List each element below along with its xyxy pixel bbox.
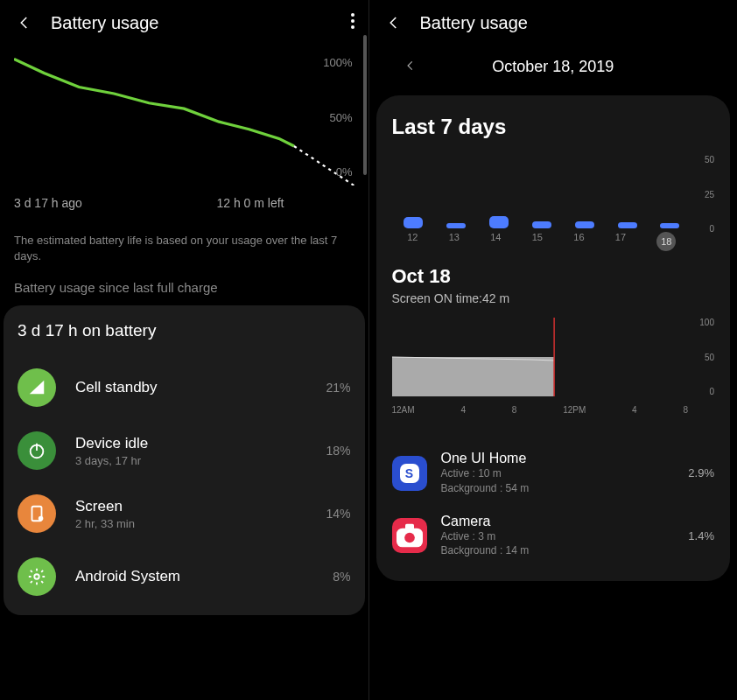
week-bar[interactable] (566, 221, 602, 228)
app-pct: 8% (333, 570, 350, 584)
day-y-axis: 100 50 0 (699, 318, 714, 396)
week-day-label[interactable]: 14 (490, 232, 501, 251)
week-bar[interactable] (481, 216, 516, 228)
battery-chart: 100% 50% 0% 3 d 17 h ago 12 h 0 m left (0, 46, 368, 220)
app-name: Camera (441, 514, 689, 529)
week-bars[interactable] (392, 167, 692, 228)
app-row-screen[interactable]: Screen 2 hr, 33 min 14% (18, 482, 351, 545)
week-x-axis: 12131415161718 (392, 232, 692, 251)
date-label[interactable]: October 18, 2019 (492, 58, 614, 76)
svg-point-7 (39, 516, 44, 522)
app-pct: 14% (326, 507, 350, 521)
app-pct: 1.4% (688, 529, 714, 542)
battery-line-chart (14, 54, 354, 186)
svg-rect-9 (392, 357, 554, 396)
app-row-cell-standby[interactable]: Cell standby 21% (18, 356, 351, 419)
back-icon[interactable] (14, 12, 35, 33)
week-y-axis: 50 25 0 (705, 155, 714, 234)
week-day-label[interactable]: 13 (449, 232, 460, 251)
svg-point-1 (351, 19, 354, 23)
right-panel: Battery usage October 18, 2019 Last 7 da… (369, 0, 738, 700)
app-row-camera[interactable]: Camera Active : 3 m Background : 14 m 1.… (392, 505, 715, 568)
week-day-label[interactable]: 15 (532, 232, 543, 251)
app-name: Android System (75, 568, 333, 585)
svg-point-8 (34, 575, 39, 580)
signal-icon (18, 368, 56, 407)
app-row-one-ui-home[interactable]: S One UI Home Active : 10 m Background :… (392, 442, 715, 505)
home-s-icon: S (392, 456, 427, 491)
app-sub: 3 days, 17 hr (75, 454, 326, 467)
screen-on-time: Screen ON time:42 m (392, 291, 715, 305)
last7-heading: Last 7 days (392, 115, 715, 139)
app-pct: 18% (326, 444, 350, 458)
svg-point-2 (351, 25, 354, 29)
week-chart: 50 25 0 12131415161718 (392, 155, 715, 251)
day-chart: 100 50 0 12AM 4 8 12PM 4 8 (392, 318, 715, 423)
last7-card: Last 7 days 50 25 0 12131415161718 Oct 1… (376, 95, 731, 581)
week-day-label[interactable]: 17 (615, 232, 626, 251)
app-row-device-idle[interactable]: Device idle 3 days, 17 hr 18% (18, 419, 351, 482)
svg-rect-13 (405, 524, 414, 530)
app-name: Screen (75, 498, 326, 515)
usage-card: 3 d 17 h on battery Cell standby 21% Dev… (4, 305, 365, 615)
page-title: Battery usage (51, 13, 158, 33)
week-bar[interactable] (395, 217, 431, 228)
on-battery-duration: 3 d 17 h on battery (18, 321, 351, 340)
gear-icon (18, 557, 56, 596)
app-pct: 21% (326, 381, 350, 395)
date-nav: October 18, 2019 (369, 46, 738, 95)
screen-icon (18, 494, 56, 533)
app-sub: 2 hr, 33 min (75, 517, 326, 530)
week-bar[interactable] (523, 221, 559, 228)
more-icon[interactable] (351, 13, 354, 33)
prev-date-icon[interactable] (404, 60, 417, 75)
app-active: Active : 3 m (441, 529, 689, 544)
estimate-note: The estimated battery life is based on y… (0, 220, 368, 280)
svg-point-12 (404, 533, 415, 543)
week-day-label[interactable]: 12 (407, 232, 418, 251)
header: Battery usage (0, 0, 368, 46)
chart-y-axis: 100% 50% 0% (323, 56, 352, 178)
svg-point-0 (351, 13, 354, 17)
svg-marker-3 (30, 381, 45, 395)
week-day-label[interactable]: 18 (656, 232, 676, 251)
week-day-label[interactable]: 16 (573, 232, 584, 251)
back-icon[interactable] (383, 12, 404, 33)
app-name: Cell standby (75, 379, 326, 396)
day-x-axis: 12AM 4 8 12PM 4 8 (392, 405, 689, 415)
page-title: Battery usage (420, 13, 528, 33)
app-name: Device idle (75, 435, 326, 452)
app-background: Background : 14 m (441, 543, 689, 558)
chart-x-axis: 3 d 17 h ago 12 h 0 m left (14, 189, 354, 210)
day-heading: Oct 18 (392, 265, 715, 288)
app-pct: 2.9% (688, 466, 714, 480)
camera-icon (392, 518, 427, 553)
left-panel: Battery usage 100% 50% 0% 3 d 17 h ago 1… (0, 0, 369, 700)
app-name: One UI Home (441, 451, 689, 466)
header: Battery usage (369, 0, 738, 46)
section-label: Battery usage since last full charge (0, 280, 368, 305)
power-icon (18, 431, 56, 470)
app-background: Background : 54 m (441, 481, 689, 496)
week-bar[interactable] (652, 223, 688, 228)
day-area-chart (392, 318, 689, 396)
app-row-android-system[interactable]: Android System 8% (18, 545, 351, 608)
app-active: Active : 10 m (441, 466, 689, 481)
week-bar[interactable] (609, 222, 645, 228)
week-bar[interactable] (438, 223, 474, 228)
